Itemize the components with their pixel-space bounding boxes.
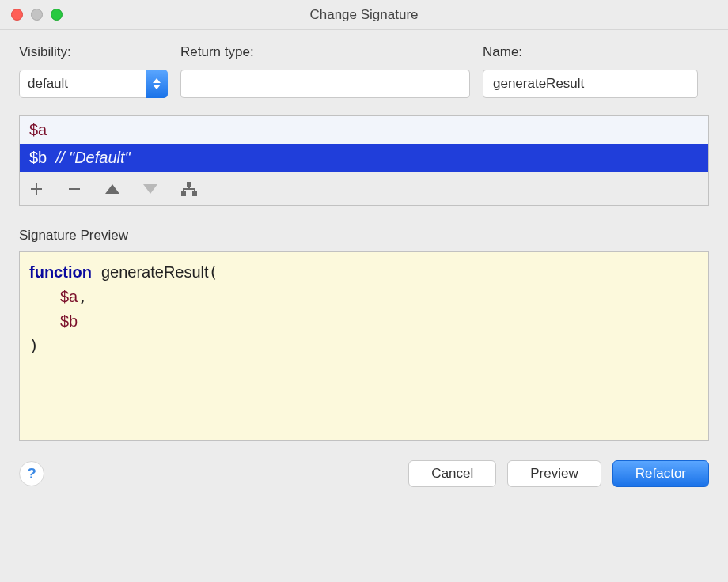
- move-up-button[interactable]: [105, 184, 119, 194]
- parameter-row[interactable]: $a: [20, 116, 708, 144]
- refactor-button[interactable]: Refactor: [612, 460, 709, 487]
- visibility-select[interactable]: default: [19, 70, 168, 98]
- svg-rect-0: [187, 182, 191, 187]
- parameter-list: $a $b // "Default": [19, 115, 709, 206]
- preview-button[interactable]: Preview: [507, 460, 601, 487]
- preview-label: Signature Preview: [19, 228, 128, 244]
- remove-parameter-button[interactable]: [67, 182, 82, 196]
- window-controls: [11, 9, 63, 21]
- plus-icon: [29, 182, 44, 196]
- add-parameter-button[interactable]: [29, 182, 44, 196]
- svg-rect-2: [192, 191, 197, 196]
- arrow-down-icon: [143, 184, 157, 194]
- signature-preview: function generateResult( $a, $b ): [19, 251, 709, 441]
- divider: [138, 236, 709, 236]
- parameter-toolbar: [20, 172, 708, 205]
- parameter-row[interactable]: $b // "Default": [20, 144, 708, 172]
- visibility-label: Visibility:: [19, 44, 168, 60]
- select-arrows-icon: [146, 70, 168, 98]
- return-type-input[interactable]: [180, 70, 470, 98]
- parameter-name: $b: [29, 149, 47, 167]
- window-titlebar: Change Signature: [0, 0, 728, 30]
- cancel-button[interactable]: Cancel: [408, 460, 496, 487]
- name-label: Name:: [483, 44, 698, 60]
- minus-icon: [67, 182, 82, 196]
- minimize-window-button[interactable]: [31, 9, 43, 21]
- parameter-comment: // "Default": [55, 149, 130, 167]
- return-type-label: Return type:: [180, 44, 470, 60]
- name-input[interactable]: [483, 70, 698, 98]
- parameter-name: $a: [29, 121, 47, 139]
- window-title: Change Signature: [0, 7, 728, 23]
- hierarchy-icon: [181, 182, 197, 196]
- arrow-up-icon: [105, 184, 119, 194]
- propagate-parameters-button[interactable]: [181, 182, 197, 196]
- move-down-button[interactable]: [143, 184, 157, 194]
- svg-rect-1: [181, 191, 186, 196]
- close-window-button[interactable]: [11, 9, 23, 21]
- maximize-window-button[interactable]: [51, 9, 63, 21]
- help-button[interactable]: ?: [19, 461, 44, 486]
